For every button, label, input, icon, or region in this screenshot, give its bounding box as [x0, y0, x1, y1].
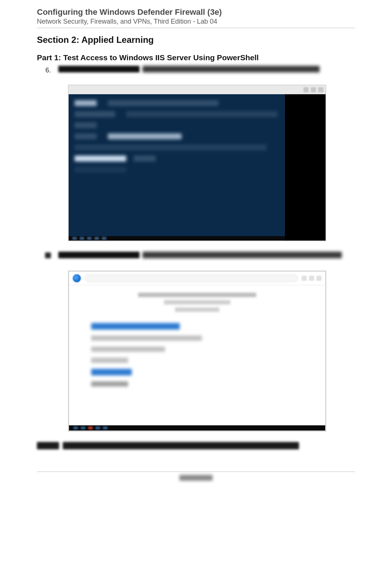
taskbar	[69, 425, 325, 431]
obscured-console-text	[75, 144, 267, 150]
obscured-console-text	[134, 156, 156, 161]
screenshot-powershell	[68, 85, 326, 241]
document-footer	[37, 472, 355, 482]
obscured-console-text	[75, 100, 97, 106]
browser-message-area	[69, 285, 325, 312]
console-side-panel	[285, 94, 326, 241]
taskbar-icon	[96, 426, 100, 429]
obscured-browser-text	[91, 347, 165, 352]
obscured-heading-segment	[63, 442, 299, 449]
document-page: Configuring the Windows Defender Firewal…	[0, 0, 392, 497]
document-header: Configuring the Windows Defender Firewal…	[37, 7, 355, 28]
obscured-browser-text	[138, 293, 256, 297]
obscured-console-text	[108, 100, 219, 106]
window-controls	[302, 276, 321, 281]
section-title: Section 2: Applied Learning	[37, 35, 355, 45]
list-item-6-text-obscured	[58, 66, 320, 72]
obscured-link-text	[91, 369, 132, 375]
obscured-console-text	[75, 122, 97, 128]
taskbar-icon	[88, 426, 93, 429]
obscured-number	[45, 252, 51, 258]
window-control-icon	[316, 276, 321, 281]
list-item-obscured	[44, 252, 355, 260]
window-titlebar	[69, 85, 326, 94]
obscured-console-text	[108, 133, 182, 139]
taskbar-icon	[73, 426, 78, 429]
obscured-console-text	[75, 133, 97, 139]
address-bar	[85, 275, 298, 282]
obscured-link-heading	[91, 323, 180, 330]
list-item-number: 6.	[44, 67, 51, 74]
obscured-browser-text	[164, 300, 230, 304]
ordered-list: 6.	[37, 66, 355, 432]
obscured-browser-text	[91, 358, 128, 363]
taskbar-icon	[81, 426, 85, 429]
obscured-text-segment	[58, 66, 140, 72]
obscured-browser-text	[91, 336, 202, 341]
obscured-browser-text	[91, 381, 128, 387]
browser-toolbar	[69, 272, 325, 285]
taskbar-icon	[72, 237, 77, 240]
taskbar-icon	[80, 237, 84, 240]
list-item-number-obscured	[44, 252, 51, 260]
window-control-icon	[303, 87, 309, 92]
browser-content-area	[69, 312, 325, 398]
window-control-icon	[309, 276, 314, 281]
screenshot-browser-body	[69, 271, 326, 431]
taskbar-icon	[87, 237, 92, 240]
obscured-console-text	[126, 111, 278, 117]
window-control-icon	[318, 87, 323, 92]
taskbar-icon	[103, 426, 107, 429]
list-item-6: 6.	[44, 66, 355, 74]
document-title: Configuring the Windows Defender Firewal…	[37, 7, 355, 17]
document-subtitle: Network Security, Firewalls, and VPNs, T…	[37, 18, 355, 25]
screenshot-powershell-body	[69, 85, 326, 241]
obscured-text-segment	[58, 252, 140, 258]
obscured-heading-segment	[37, 442, 59, 449]
taskbar-icon	[94, 237, 99, 240]
obscured-console-text	[75, 156, 126, 161]
obscured-browser-text	[175, 307, 219, 312]
part1-title: Part 1: Test Access to Windows IIS Serve…	[37, 53, 355, 62]
window-control-icon	[302, 276, 307, 281]
page-number-obscured	[179, 475, 213, 481]
screenshot-browser	[68, 271, 326, 432]
obscured-text-segment	[142, 66, 320, 72]
list-item-text-obscured	[58, 252, 342, 258]
part2-title-obscured	[37, 442, 355, 449]
obscured-console-text	[75, 111, 115, 117]
browser-logo-icon	[73, 274, 81, 282]
obscured-console-text	[75, 167, 126, 173]
window-control-icon	[311, 87, 316, 92]
taskbar-icon	[102, 237, 106, 240]
obscured-text-segment	[142, 252, 342, 258]
